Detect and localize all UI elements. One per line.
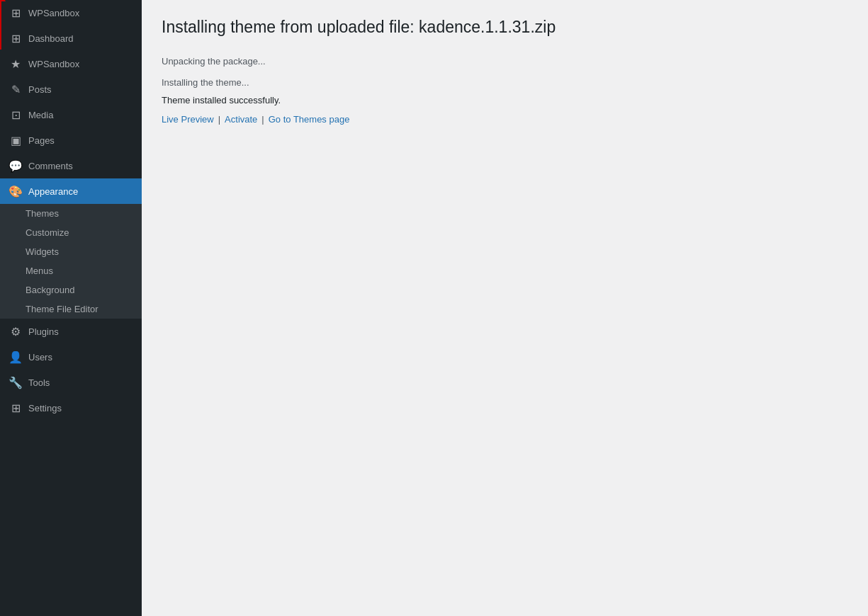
sidebar-item-pages[interactable]: ▣ Pages <box>0 127 142 153</box>
sidebar: ⊞ WPSandbox ⊞ Dashboard ★ WPSandbox ✎ Po… <box>0 0 142 616</box>
sidebar-item-appearance[interactable]: 🎨 Appearance <box>0 178 142 204</box>
users-icon: 👤 <box>9 350 23 364</box>
main-content: Installing theme from uploaded file: kad… <box>142 0 868 616</box>
install-log: Unpacking the package... Installing the … <box>162 52 848 92</box>
sidebar-item-wpsandbox[interactable]: ★ WPSandbox <box>0 51 142 76</box>
sidebar-item-background[interactable]: Background <box>0 280 142 300</box>
brand-label: WPSandbox <box>28 8 79 18</box>
sidebar-label-comments: Comments <box>28 161 73 171</box>
sidebar-item-settings[interactable]: ⊞ Settings <box>0 395 142 421</box>
sidebar-item-tools[interactable]: 🔧 Tools <box>0 370 142 395</box>
install-actions: Live Preview | Activate | Go to Themes p… <box>162 114 848 125</box>
tools-icon: 🔧 <box>9 375 23 389</box>
go-to-themes-link[interactable]: Go to Themes page <box>269 114 350 125</box>
plugins-icon: ⚙ <box>9 324 23 338</box>
media-icon: ⊡ <box>9 108 23 122</box>
sidebar-item-menus[interactable]: Menus <box>0 261 142 280</box>
sidebar-brand[interactable]: ⊞ WPSandbox <box>0 0 142 25</box>
install-success-message: Theme installed successfully. <box>162 95 848 105</box>
sidebar-label-media: Media <box>28 110 53 120</box>
sidebar-label-plugins: Plugins <box>28 326 59 337</box>
sidebar-label-posts: Posts <box>28 84 52 95</box>
sidebar-item-dashboard[interactable]: ⊞ Dashboard <box>0 25 142 51</box>
separator-1: | <box>218 114 220 125</box>
log-line-1: Unpacking the package... <box>162 52 848 71</box>
sidebar-label-wpsandbox: WPSandbox <box>28 59 79 69</box>
dashboard-icon: ⊞ <box>9 31 23 45</box>
sidebar-item-widgets[interactable]: Widgets <box>0 242 142 261</box>
sidebar-label-dashboard: Dashboard <box>28 33 74 44</box>
sidebar-label-settings: Settings <box>28 403 62 413</box>
activate-link[interactable]: Activate <box>225 114 257 125</box>
sidebar-item-posts[interactable]: ✎ Posts <box>0 76 142 102</box>
wp-icon: ⊞ <box>9 6 23 20</box>
sidebar-item-comments[interactable]: 💬 Comments <box>0 153 142 178</box>
sidebar-label-appearance: Appearance <box>28 186 78 197</box>
wpsandbox-icon: ★ <box>9 57 23 71</box>
pages-icon: ▣ <box>9 133 23 147</box>
live-preview-link[interactable]: Live Preview <box>162 114 214 125</box>
page-title: Installing theme from uploaded file: kad… <box>162 17 848 38</box>
appearance-submenu: Themes Customize Widgets Menus Backgroun… <box>0 204 142 319</box>
sidebar-label-tools: Tools <box>28 377 50 388</box>
sidebar-item-plugins[interactable]: ⚙ Plugins <box>0 319 142 344</box>
sidebar-item-media[interactable]: ⊡ Media <box>0 102 142 127</box>
settings-icon: ⊞ <box>9 401 23 415</box>
separator-2: | <box>261 114 264 125</box>
sidebar-label-pages: Pages <box>28 135 55 146</box>
posts-icon: ✎ <box>9 82 23 96</box>
comments-icon: 💬 <box>9 159 23 173</box>
log-line-2: Installing the theme... <box>162 74 848 92</box>
sidebar-item-themes[interactable]: Themes <box>0 204 142 223</box>
sidebar-label-users: Users <box>28 352 52 363</box>
active-arrow <box>137 187 142 195</box>
sidebar-item-users[interactable]: 👤 Users <box>0 344 142 370</box>
sidebar-item-theme-file-editor[interactable]: Theme File Editor <box>0 300 142 319</box>
sidebar-item-customize[interactable]: Customize <box>0 223 142 242</box>
appearance-icon: 🎨 <box>9 184 23 198</box>
